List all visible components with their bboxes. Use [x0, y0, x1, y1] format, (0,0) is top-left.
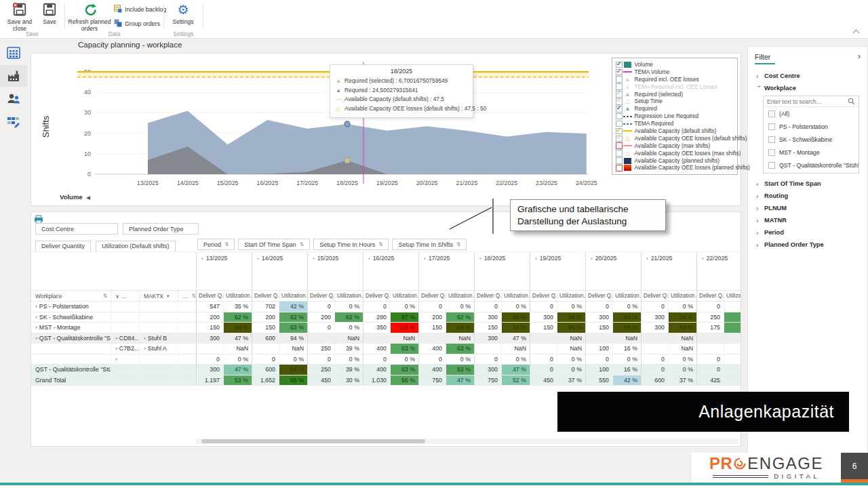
sidebar-item-workplace[interactable] — [0, 65, 27, 87]
legend-checkbox[interactable] — [616, 157, 623, 164]
group-orders-button[interactable]: Group orders — [114, 19, 160, 28]
column-header[interactable]: ∨ … — [111, 291, 140, 301]
filter-section[interactable]: ›MATNR — [756, 214, 863, 226]
period-header[interactable]: ›15/2025 — [307, 252, 363, 290]
period-header[interactable]: ›22/2025 — [696, 252, 741, 290]
sidebar-item-people[interactable] — [0, 88, 27, 110]
check-icon: ✓ — [616, 134, 622, 141]
filter-section[interactable]: ›Period — [756, 226, 863, 239]
field-chip[interactable]: Deliver Quantity — [35, 241, 91, 252]
column-header[interactable]: Workplace⇅ — [31, 291, 111, 301]
collapse-filter-button[interactable]: › — [858, 51, 861, 61]
utilization-cell: 39 % — [334, 365, 363, 375]
collapse-ribbon-button[interactable] — [854, 26, 859, 38]
legend-checkbox[interactable]: ✓ — [616, 106, 623, 113]
legend-checkbox[interactable] — [616, 113, 623, 120]
column-subheader[interactable]: Utilization… — [557, 291, 585, 301]
deliver-cell — [530, 333, 557, 344]
expander-icon[interactable]: › — [144, 344, 146, 354]
legend-checkbox[interactable]: ✓ — [616, 69, 623, 76]
expander-icon[interactable]: › — [115, 354, 117, 365]
field-chip[interactable]: Cost Centre — [35, 223, 118, 235]
expander-icon[interactable]: › — [35, 323, 37, 333]
checkbox-icon[interactable] — [768, 136, 775, 143]
column-subheader[interactable]: Deliver Q… — [641, 291, 668, 301]
save-button[interactable]: Save — [38, 2, 61, 25]
workplace-option[interactable]: QST - Qualitätskontrolle "Stühle" — [764, 159, 859, 171]
column-subheader[interactable]: Utilization… — [223, 291, 252, 301]
period-header[interactable]: ›20/2025 — [585, 252, 641, 290]
workplace-option[interactable]: (All) — [764, 107, 859, 120]
expander-icon[interactable]: › — [35, 312, 37, 323]
checkbox-icon[interactable] — [768, 162, 775, 169]
sidebar-item-calendar[interactable] — [0, 42, 27, 64]
column-subheader[interactable]: Utilization… — [334, 291, 363, 301]
utilization-cell: 47 % — [446, 375, 474, 386]
filter-search-input[interactable] — [767, 98, 848, 105]
period-header[interactable]: ›19/2025 — [530, 252, 585, 290]
filter-section[interactable]: ›Workplace — [756, 82, 863, 94]
period-header[interactable]: ›13/2025 — [196, 252, 252, 290]
column-subheader[interactable]: Utilization… — [390, 291, 418, 301]
include-backlog-button[interactable]: Include backlog — [114, 5, 166, 14]
workplace-option[interactable]: MST - Montage — [764, 146, 859, 159]
column-subheader[interactable]: Utilization… — [279, 291, 307, 301]
sort-chip[interactable]: Setup Time In Hours⇅ — [313, 239, 389, 250]
filter-section[interactable]: ›PLNUM — [756, 202, 863, 214]
volume-axis-toggle[interactable]: Volume◀ — [60, 193, 90, 201]
expander-icon[interactable]: › — [144, 333, 146, 344]
save-and-close-button[interactable]: Save and close — [4, 2, 35, 33]
settings-button[interactable]: ⚙ Settings — [167, 2, 199, 25]
period-header[interactable]: ›21/2025 — [641, 252, 696, 290]
period-header[interactable]: ›18/2025 — [474, 252, 530, 290]
expander-icon[interactable]: › — [31, 337, 41, 339]
period-header[interactable]: ›14/2025 — [252, 252, 307, 290]
deliver-cell: 200 — [307, 312, 334, 323]
column-subheader[interactable]: Utilization… — [668, 291, 696, 301]
legend-checkbox[interactable] — [616, 142, 623, 149]
column-subheader[interactable]: Utilization… — [501, 291, 530, 301]
sort-chip[interactable]: Period⇅ — [197, 239, 235, 250]
checkbox-icon[interactable] — [768, 149, 775, 156]
filter-section[interactable]: ›Start Of Time Span — [756, 178, 863, 190]
column-header[interactable]: …⇅ — [178, 291, 196, 301]
legend-checkbox[interactable]: ✓ — [616, 136, 623, 142]
expander-icon[interactable]: › — [111, 348, 121, 350]
horizontal-scrollbar[interactable] — [196, 439, 738, 444]
column-subheader[interactable]: Deliver Q… — [363, 291, 390, 301]
filter-section[interactable]: ›Cost Centre — [756, 70, 863, 82]
column-subheader[interactable]: Deliver Q… — [418, 291, 446, 301]
column-subheader[interactable]: Deliver Q… — [196, 291, 223, 301]
column-subheader[interactable]: Deliver Q… — [252, 291, 279, 301]
legend-checkbox[interactable] — [616, 150, 623, 157]
column-subheader[interactable]: Utilization… — [724, 291, 741, 301]
period-header[interactable]: ›17/2025 — [418, 252, 474, 290]
workplace-option[interactable]: PS - Polsterstation — [764, 120, 859, 133]
column-header[interactable]: MAKTX▼ — [140, 291, 178, 301]
refresh-planned-orders-button[interactable]: Refresh planned orders — [68, 2, 111, 33]
period-header[interactable]: ›16/2025 — [363, 252, 418, 290]
scrollbar-thumb[interactable] — [201, 439, 425, 443]
column-subheader[interactable]: Deliver Q… — [474, 291, 501, 301]
filter-section[interactable]: ›Planned Order Type — [756, 239, 863, 251]
filter-section[interactable]: ›Routing — [756, 190, 863, 202]
column-subheader[interactable]: Utilization… — [612, 291, 641, 301]
workplace-option[interactable]: SK - Schweißkabine — [764, 133, 859, 146]
field-chip[interactable]: Planned Order Type — [123, 223, 199, 235]
column-subheader[interactable]: Deliver Q… — [696, 291, 724, 301]
column-subheader[interactable]: Utilization… — [446, 291, 474, 301]
checkbox-icon[interactable] — [768, 123, 775, 130]
sort-chip[interactable]: Setup Time In Shifts⇅ — [392, 239, 467, 250]
column-subheader[interactable]: Deliver Q… — [307, 291, 334, 301]
column-subheader[interactable]: Deliver Q… — [585, 291, 612, 301]
sort-chip[interactable]: Start Of Time Span⇅ — [238, 239, 310, 250]
utilization-cell: 94 % — [446, 323, 474, 333]
field-chip[interactable]: Utilization (Default shifts) — [96, 241, 176, 252]
legend-checkbox[interactable] — [616, 76, 623, 83]
legend-checkbox[interactable] — [616, 165, 623, 171]
sidebar-item-planning-board[interactable] — [0, 111, 27, 133]
column-subheader[interactable]: Deliver Q… — [530, 291, 557, 301]
expander-icon[interactable]: › — [35, 302, 37, 312]
checkbox-icon[interactable] — [768, 110, 775, 117]
expander-icon[interactable]: › — [111, 337, 121, 339]
